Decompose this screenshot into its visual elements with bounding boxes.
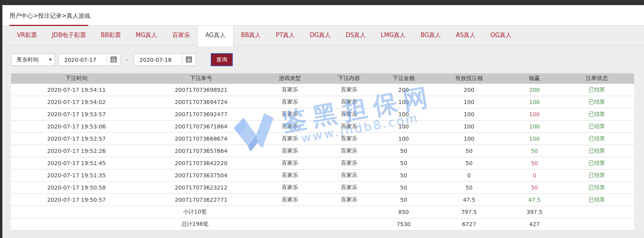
winloss-cell: 0: [510, 169, 560, 181]
tab-lmg-live[interactable]: LMG真人: [373, 26, 413, 45]
order-number-cell: 200717073698921: [142, 84, 260, 96]
status-cell: 已结算: [559, 108, 634, 120]
date-to-calendar-button[interactable]: [182, 54, 196, 66]
tab-vr-lottery[interactable]: VR彩票: [9, 26, 45, 45]
column-header: 游戏类型: [260, 73, 319, 84]
bet-amount-cell: 50: [379, 169, 429, 181]
subtotal-amount: 850: [379, 206, 429, 218]
total-amount: 7530: [379, 218, 429, 230]
valid-amount-cell: 100: [429, 96, 510, 108]
winloss-cell: 100: [510, 108, 560, 120]
tab-bg-live[interactable]: BG真人: [413, 26, 449, 45]
order-number-cell: 200717073694724: [142, 96, 260, 108]
winloss-cell: 200: [510, 84, 560, 96]
valid-amount-cell: 100: [429, 120, 510, 132]
filter-bar: 美东时间 ▼: [2, 45, 644, 73]
tab-bb-live[interactable]: BB真人: [234, 26, 269, 45]
total-label: 总计198笔: [11, 218, 379, 230]
table-row: 2020-07-17 19:53:57200717073692477百家乐百家乐…: [11, 108, 634, 120]
bet-amount-cell: 100: [379, 120, 429, 132]
bet-amount-cell: 50: [379, 145, 429, 157]
table-row: 2020-07-17 19:50:58200717073623212百家乐百家乐…: [11, 181, 634, 193]
bet-time-cell: 2020-07-17 19:52:57: [11, 132, 142, 145]
tab-as-live[interactable]: AS真人: [448, 26, 483, 45]
table-row: 2020-07-17 19:51:45200717073642220百家乐百家乐…: [11, 157, 634, 169]
winloss-cell: 50: [510, 181, 560, 193]
column-header: 注单状态: [559, 73, 634, 84]
winloss-cell: 50: [510, 157, 560, 169]
column-header: 输赢: [510, 73, 560, 84]
date-from-input[interactable]: [58, 54, 107, 66]
bet-time-cell: 2020-07-17 19:52:26: [11, 145, 142, 157]
game-type-cell: 百家乐: [260, 108, 319, 120]
bet-amount-cell: 100: [379, 108, 429, 120]
date-range-separator: -: [126, 57, 128, 63]
bet-time-cell: 2020-07-17 19:53:57: [11, 108, 142, 120]
subtotal-row: 小计10笔 850 797.5 397.5: [11, 206, 634, 218]
total-status-empty: [559, 218, 634, 230]
total-row: 总计198笔 7530 6727 427: [11, 218, 634, 230]
status-cell: 已结算: [559, 193, 634, 206]
tab-baccarat[interactable]: 百家乐: [165, 26, 197, 45]
winloss-cell: 50: [510, 145, 560, 157]
records-table-wrap: 下注时间下注单号游戏类型下注内容下注金额有效投注额输赢注单状态 2020-07-…: [2, 73, 644, 231]
date-from-calendar-button[interactable]: [107, 54, 121, 66]
subtotal-label: 小计10笔: [11, 206, 379, 218]
chevron-down-icon: ▼: [49, 58, 52, 61]
winloss-cell: 47.5: [510, 193, 560, 206]
table-header: 下注时间下注单号游戏类型下注内容下注金额有效投注额输赢注单状态: [11, 73, 634, 84]
bet-content-cell: 百家乐: [319, 108, 379, 120]
timezone-select[interactable]: 美东时间 ▼: [11, 54, 55, 66]
bet-content-cell: 百家乐: [319, 193, 379, 206]
column-header: 下注时间: [11, 73, 142, 84]
valid-amount-cell: 100: [429, 108, 510, 120]
bet-content-cell: 百家乐: [319, 120, 379, 132]
status-cell: 已结算: [559, 169, 634, 181]
order-number-cell: 200717073642220: [142, 157, 260, 169]
query-button[interactable]: 查询: [211, 53, 233, 66]
game-type-cell: 百家乐: [260, 145, 319, 157]
date-from-group: [58, 54, 121, 66]
table-row: 2020-07-17 19:51:35200717073637504百家乐百家乐…: [11, 169, 634, 181]
bet-amount-cell: 100: [379, 132, 429, 145]
order-number-cell: 200717073622771: [142, 193, 260, 206]
bet-amount-cell: 50: [379, 181, 429, 193]
bet-amount-cell: 50: [379, 193, 429, 206]
order-number-cell: 200717073623212: [142, 181, 260, 193]
winloss-cell: 100: [510, 132, 560, 145]
order-number-cell: 200717073637504: [142, 169, 260, 181]
game-type-cell: 百家乐: [260, 120, 319, 132]
order-number-cell: 200717073671864: [142, 120, 260, 132]
bet-content-cell: 百家乐: [319, 157, 379, 169]
game-type-cell: 百家乐: [260, 84, 319, 96]
order-number-cell: 200717073668674: [142, 132, 260, 145]
subtotal-valid-amount: 797.5: [429, 206, 510, 218]
bet-amount-cell: 200: [379, 84, 429, 96]
tab-ds-live[interactable]: DS真人: [338, 26, 373, 45]
tab-bb-lottery[interactable]: BB彩票: [93, 26, 128, 45]
column-header: 下注单号: [142, 73, 260, 84]
date-to-input[interactable]: [134, 54, 182, 66]
tab-og-live[interactable]: OG真人: [483, 26, 519, 45]
tab-bar: VR彩票JDB电子彩票BB彩票MG真人百家乐AG真人BB真人PT真人DG真人DS…: [2, 26, 644, 45]
status-cell: 已结算: [559, 84, 634, 96]
content-card: 用户中心>投注记录>真人游戏 VR彩票JDB电子彩票BB彩票MG真人百家乐AG真…: [2, 5, 644, 231]
table-row: 2020-07-17 19:52:26200717073657864百家乐百家乐…: [11, 145, 634, 157]
bet-content-cell: 百家乐: [319, 132, 379, 145]
valid-amount-cell: 0: [429, 169, 510, 181]
bet-time-cell: 2020-07-17 19:50:58: [11, 181, 142, 193]
calendar-icon: [110, 56, 117, 64]
subtotal-status-empty: [559, 206, 634, 218]
tab-pt-live[interactable]: PT真人: [268, 26, 302, 45]
tab-mg-live[interactable]: MG真人: [128, 26, 165, 45]
bet-amount-cell: 100: [379, 96, 429, 108]
status-cell: 已结算: [559, 132, 634, 145]
tab-ag-live[interactable]: AG真人: [197, 26, 234, 46]
breadcrumb-section: 用户中心>投注记录>真人游戏: [2, 5, 644, 26]
game-type-cell: 百家乐: [260, 132, 319, 145]
table-body: 2020-07-17 19:54:11200717073698921百家乐百家乐…: [11, 84, 634, 206]
tab-dg-live[interactable]: DG真人: [303, 26, 338, 45]
tab-jdb-lottery[interactable]: JDB电子彩票: [45, 26, 93, 45]
bet-time-cell: 2020-07-17 19:54:11: [11, 84, 142, 96]
table-row: 2020-07-17 19:53:06200717073671864百家乐百家乐…: [11, 120, 634, 132]
